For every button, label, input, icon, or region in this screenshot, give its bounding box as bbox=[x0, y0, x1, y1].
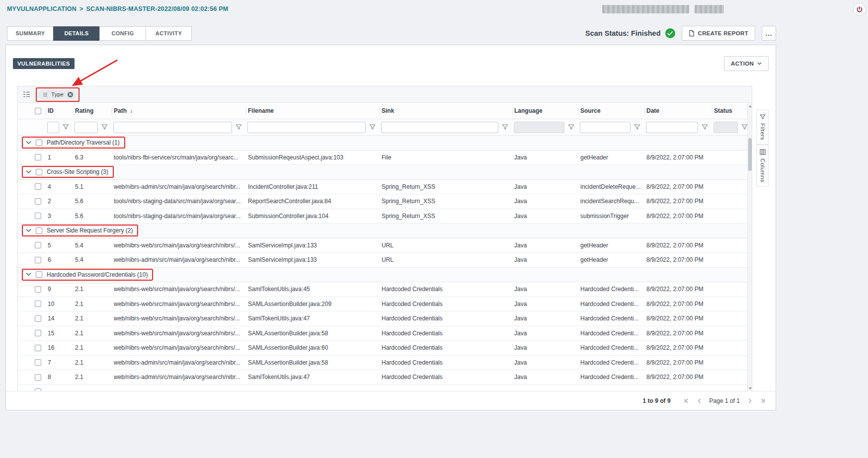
action-button[interactable]: ACTION bbox=[724, 56, 769, 71]
cell-date: 8/9/2022, 2:07:00 PM bbox=[644, 374, 712, 381]
scrollbar-thumb[interactable] bbox=[748, 138, 752, 171]
cell-language: Java bbox=[512, 301, 578, 307]
cell-language: Java bbox=[512, 330, 578, 337]
collapse-group-icon[interactable] bbox=[26, 170, 31, 174]
group-row[interactable]: Cross-Site Scripting (3) bbox=[18, 165, 752, 180]
scroll-up-icon[interactable] bbox=[748, 104, 752, 109]
column-header-status[interactable]: Status bbox=[712, 103, 752, 119]
row-checkbox[interactable] bbox=[35, 330, 41, 336]
more-options-button[interactable]: ... bbox=[762, 26, 776, 41]
scroll-down-icon[interactable] bbox=[748, 386, 752, 391]
collapse-group-icon[interactable] bbox=[26, 273, 31, 276]
row-select-cell bbox=[18, 213, 46, 219]
create-report-button[interactable]: CREATE REPORT bbox=[682, 26, 755, 41]
collapse-group-icon[interactable] bbox=[26, 141, 31, 145]
column-header-path[interactable]: Path↓ bbox=[112, 103, 246, 119]
filter-menu-icon-date[interactable] bbox=[702, 124, 708, 130]
group-pill-type[interactable]: Type bbox=[38, 89, 77, 100]
table-row[interactable]: 25.6tools/nibrs-staging-data/src/main/ja… bbox=[18, 194, 752, 209]
table-row[interactable]: 102.1web/nibrs-web/src/main/java/org/sea… bbox=[18, 297, 752, 312]
row-checkbox[interactable] bbox=[35, 183, 41, 190]
logout-power-button[interactable] bbox=[853, 3, 866, 16]
cell-sink: Spring_Return_XSS bbox=[380, 198, 512, 205]
filter-input-rating[interactable] bbox=[75, 122, 98, 133]
row-checkbox[interactable] bbox=[35, 374, 41, 381]
tab-details[interactable]: DETAILS bbox=[53, 26, 99, 41]
table-row[interactable]: 162.1web/nibrs-web/src/main/java/org/sea… bbox=[18, 341, 752, 356]
vertical-scrollbar[interactable] bbox=[747, 103, 752, 391]
side-tab-columns[interactable]: Columns bbox=[756, 145, 769, 187]
prev-page-button[interactable] bbox=[697, 398, 703, 404]
filter-input-source[interactable] bbox=[580, 122, 631, 133]
row-checkbox[interactable] bbox=[35, 359, 41, 366]
table-row[interactable]: 152.1web/nibrs-web/src/main/java/org/sea… bbox=[18, 326, 752, 341]
row-checkbox[interactable] bbox=[35, 301, 41, 307]
tab-activity[interactable]: ACTIVITY bbox=[146, 26, 192, 41]
filter-menu-icon-id[interactable] bbox=[63, 124, 69, 130]
row-checkbox[interactable] bbox=[35, 286, 41, 293]
breadcrumb-scan-link[interactable]: SCAN-NIBRS-MASTER-2022/08/09 02:02:56 PM bbox=[86, 5, 228, 12]
row-checkbox[interactable] bbox=[35, 257, 41, 263]
filter-menu-icon-language[interactable] bbox=[568, 124, 574, 130]
filter-menu-icon-sink[interactable] bbox=[502, 124, 508, 130]
filter-empty-cell bbox=[18, 119, 46, 135]
remove-group-icon[interactable] bbox=[67, 91, 74, 98]
filter-input-filename[interactable] bbox=[247, 122, 366, 133]
filter-input-sink[interactable] bbox=[381, 122, 498, 133]
collapse-group-icon[interactable] bbox=[26, 229, 31, 232]
cell-path: web/nibrs-web/src/main/java/org/search/n… bbox=[112, 286, 246, 293]
row-checkbox[interactable] bbox=[35, 154, 41, 160]
row-checkbox[interactable] bbox=[35, 242, 41, 248]
breadcrumb-app-link[interactable]: MYVULNAPPLICATION bbox=[7, 5, 77, 12]
column-header-sink[interactable]: Sink bbox=[380, 103, 512, 119]
filter-menu-icon-source[interactable] bbox=[634, 124, 640, 130]
cell-rating: 5.1 bbox=[73, 183, 112, 190]
last-page-button[interactable] bbox=[760, 398, 766, 404]
table-row[interactable]: 92.1web/nibrs-web/src/main/java/org/sear… bbox=[18, 282, 752, 297]
row-group-bar: Type bbox=[18, 86, 752, 103]
table-row[interactable]: 35.6tools/nibrs-staging-data/src/main/ja… bbox=[18, 209, 752, 224]
filter-input-id[interactable] bbox=[47, 122, 59, 133]
table-row[interactable]: 82.1web/nibrs-admin/src/main/java/org/se… bbox=[18, 370, 752, 385]
row-checkbox[interactable] bbox=[35, 315, 41, 322]
column-header-filename[interactable]: Filename bbox=[246, 103, 380, 119]
table-row[interactable]: 55.4web/nibrs-web/src/main/java/org/sear… bbox=[18, 238, 752, 253]
filter-menu-icon-path[interactable] bbox=[236, 124, 242, 130]
tab-summary[interactable]: SUMMARY bbox=[7, 26, 53, 41]
cell-rating: 6.3 bbox=[73, 154, 112, 161]
filter-menu-icon-filename[interactable] bbox=[369, 124, 376, 130]
table-row[interactable]: 45.1web/nibrs-admin/src/main/java/org/se… bbox=[18, 180, 752, 195]
cell-path: tools/nibrs-staging-data/src/main/java/o… bbox=[112, 198, 246, 205]
column-header-source[interactable]: Source bbox=[578, 103, 644, 119]
filter-input-path[interactable] bbox=[113, 122, 232, 133]
group-select-checkbox[interactable] bbox=[36, 140, 42, 146]
group-row[interactable]: Path/Directory Traversal (1) bbox=[18, 136, 752, 151]
row-checkbox[interactable] bbox=[35, 213, 41, 219]
table-row[interactable]: 16.3tools/nibrs-fbi-service/src/main/jav… bbox=[18, 151, 752, 165]
side-tab-filters[interactable]: Filters bbox=[756, 110, 769, 145]
first-page-button[interactable] bbox=[684, 398, 690, 404]
next-page-button[interactable] bbox=[747, 398, 753, 404]
group-select-checkbox[interactable] bbox=[36, 271, 42, 278]
cell-filename: IncidentController.java:211 bbox=[246, 183, 380, 190]
group-select-checkbox[interactable] bbox=[36, 169, 42, 175]
column-header-language[interactable]: Language bbox=[512, 103, 578, 119]
column-header-date[interactable]: Date bbox=[644, 103, 712, 119]
select-all-checkbox[interactable] bbox=[35, 108, 41, 114]
filter-menu-icon-rating[interactable] bbox=[101, 124, 108, 130]
column-header-rating[interactable]: Rating bbox=[73, 103, 112, 119]
cell-date: 8/9/2022, 2:07:00 PM bbox=[644, 315, 712, 322]
group-row[interactable]: Server Side Request Forgery (2) bbox=[18, 224, 752, 238]
table-row[interactable]: 142.1web/nibrs-web/src/main/java/org/sea… bbox=[18, 311, 752, 326]
row-checkbox[interactable] bbox=[35, 345, 41, 351]
filter-input-date[interactable] bbox=[646, 122, 698, 133]
group-row[interactable]: Hardcoded Password/Credentials (10) bbox=[18, 268, 752, 283]
tab-config[interactable]: CONFIG bbox=[99, 26, 146, 41]
cell-source: Hardcoded Credenti... bbox=[578, 344, 644, 351]
row-checkbox[interactable] bbox=[35, 198, 41, 205]
cell-path: tools/nibrs-staging-data/src/main/java/o… bbox=[112, 213, 246, 220]
table-row[interactable]: 72.1web/nibrs-admin/src/main/java/org/se… bbox=[18, 356, 752, 371]
group-select-checkbox[interactable] bbox=[36, 228, 42, 234]
column-header-id[interactable]: ID bbox=[46, 103, 73, 119]
table-row[interactable]: 65.4web/nibrs-admin/src/main/java/org/se… bbox=[18, 253, 752, 268]
